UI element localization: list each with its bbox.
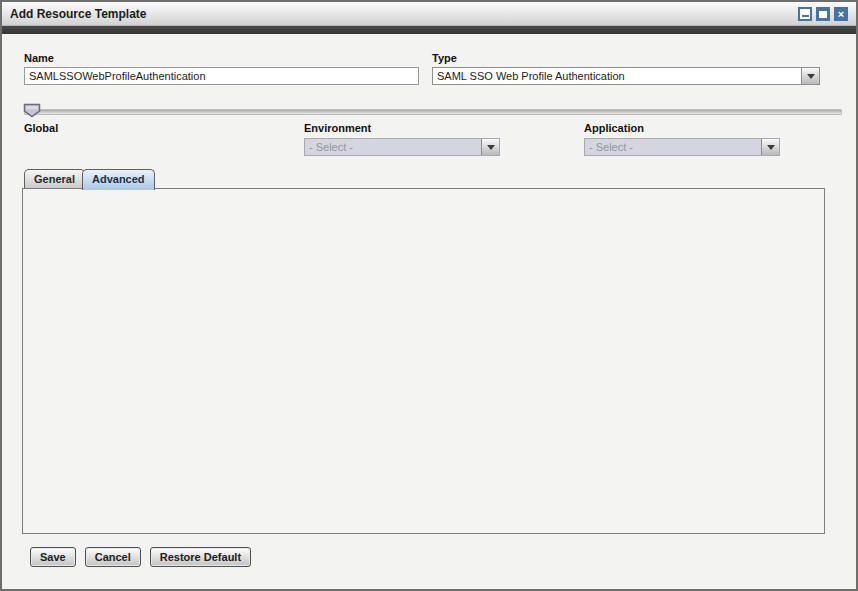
application-select[interactable]: - Select - <box>584 138 780 156</box>
restore-default-button[interactable]: Restore Default <box>150 547 251 567</box>
scope-global-label: Global <box>24 122 58 134</box>
type-selected-value: SAML SSO Web Profile Authentication <box>433 68 801 84</box>
name-label: Name <box>24 52 54 64</box>
environment-select[interactable]: - Select - <box>304 138 500 156</box>
tab-advanced[interactable]: Advanced <box>82 169 155 190</box>
application-selected-value: - Select - <box>585 139 761 155</box>
titlebar-divider <box>2 26 856 34</box>
minimize-icon[interactable] <box>798 7 812 21</box>
window-controls: × <box>798 7 848 21</box>
dialog-title: Add Resource Template <box>10 7 146 21</box>
chevron-down-icon[interactable] <box>761 139 779 155</box>
chevron-down-icon[interactable] <box>801 68 819 84</box>
dialog-button-bar: Save Cancel Restore Default <box>30 547 251 567</box>
name-input[interactable] <box>24 67 419 85</box>
save-button[interactable]: Save <box>30 547 76 567</box>
title-bar: Add Resource Template × <box>2 2 856 26</box>
scope-slider-handle[interactable] <box>23 103 41 118</box>
type-label: Type <box>432 52 457 64</box>
maximize-icon[interactable] <box>816 7 830 21</box>
chevron-down-icon[interactable] <box>481 139 499 155</box>
add-resource-template-dialog: Add Resource Template × Name Type SAML S… <box>0 0 858 591</box>
scope-slider-track[interactable] <box>24 109 842 115</box>
advanced-tab-panel <box>22 188 825 534</box>
application-label: Application <box>584 122 644 134</box>
environment-selected-value: - Select - <box>305 139 481 155</box>
close-icon[interactable]: × <box>834 7 848 21</box>
environment-label: Environment <box>304 122 371 134</box>
tab-general[interactable]: General <box>24 169 85 189</box>
cancel-button[interactable]: Cancel <box>85 547 141 567</box>
type-select[interactable]: SAML SSO Web Profile Authentication <box>432 67 820 85</box>
